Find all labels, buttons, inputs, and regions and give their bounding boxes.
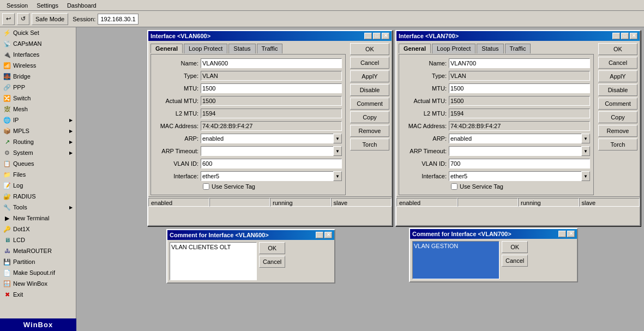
vlan600-maximize-btn[interactable]: □ <box>373 33 381 39</box>
vlan600-arp-select[interactable]: enabled disabled proxy-arp reply-only <box>201 134 342 143</box>
refresh-button[interactable]: ↺ <box>17 13 29 25</box>
vlan700-cancel-btn[interactable]: Cancel <box>598 57 637 69</box>
sidebar-item-quick-set[interactable]: ⚡ Quick Set <box>0 27 76 38</box>
sidebar-item-system[interactable]: ⚙ System <box>0 147 76 158</box>
vlan700-tab-loop-protect[interactable]: Loop Protect <box>432 44 476 53</box>
vlan700-ok-btn[interactable]: OK <box>598 43 637 55</box>
vlan700-copy-btn[interactable]: Copy <box>598 111 637 123</box>
comment600-ok-btn[interactable]: OK <box>259 242 285 254</box>
sidebar-label-dot1x: Dot1X <box>13 226 30 232</box>
vlan700-interface-select[interactable]: ether5 <box>449 171 590 181</box>
vlan700-tab-status[interactable]: Status <box>477 44 503 53</box>
vlan700-remove-btn[interactable]: Remove <box>598 125 637 137</box>
vlan700-interface-label: Interface: <box>402 173 449 179</box>
vlan600-close-btn[interactable]: ✕ <box>382 33 389 39</box>
sidebar-item-ppp[interactable]: 🔗 PPP <box>0 82 76 93</box>
vlan600-ok-btn[interactable]: OK <box>350 43 389 55</box>
sidebar-item-new-winbox[interactable]: 🪟 New WinBox <box>0 278 76 289</box>
vlan600-remove-btn[interactable]: Remove <box>350 125 389 137</box>
vlan600-tab-status[interactable]: Status <box>228 44 255 53</box>
sidebar-item-ip[interactable]: 🌐 IP <box>0 115 76 125</box>
sidebar-item-capsman[interactable]: 📡 CAPsMAN <box>0 38 76 49</box>
vlan600-arp-timeout-arrow[interactable]: ▼ <box>333 146 342 156</box>
vlan600-service-tag-label: Use Service Tag <box>212 183 255 190</box>
sidebar-item-exit[interactable]: ✖ Exit <box>0 289 76 300</box>
vlan700-tab-general[interactable]: General <box>399 44 431 53</box>
vlan600-tab-general[interactable]: General <box>151 44 183 53</box>
menu-settings[interactable]: Settings <box>32 1 63 10</box>
vlan600-disable-btn[interactable]: Disable <box>350 84 389 96</box>
vlan700-btn-panel: OK Cancel ApplY Disable Comment Copy Rem… <box>596 41 640 196</box>
sidebar-item-dot1x[interactable]: 🔑 Dot1X <box>0 224 76 234</box>
safe-mode-button[interactable]: Safe Mode <box>32 13 68 25</box>
sidebar-item-files[interactable]: 📁 Files <box>0 169 76 180</box>
vlan700-apply-btn[interactable]: ApplY <box>598 70 637 82</box>
comment700-ok-btn[interactable]: OK <box>502 241 528 253</box>
vlan600-name-input[interactable] <box>201 58 342 68</box>
vlan600-tab-traffic[interactable]: Traffic <box>257 44 283 53</box>
comment700-close-btn[interactable]: ✕ <box>567 231 575 237</box>
vlan700-minimize-btn[interactable]: _ <box>612 33 620 39</box>
sidebar-item-tools[interactable]: 🔧 Tools <box>0 202 76 213</box>
vlan700-maximize-btn[interactable]: □ <box>621 33 629 39</box>
partition-icon: 💾 <box>3 258 11 266</box>
vlan700-arp-arrow[interactable]: ▼ <box>581 134 590 143</box>
comment700-btn-panel: OK Cancel <box>502 241 528 279</box>
session-value: 192.168.30.1 <box>98 14 138 25</box>
vlan600-copy-btn[interactable]: Copy <box>350 111 389 123</box>
vlan600-minimize-btn[interactable]: _ <box>364 33 372 39</box>
vlan600-interface-arrow[interactable]: ▼ <box>333 171 342 181</box>
vlan700-vlanid-input[interactable] <box>449 159 590 168</box>
vlan700-close-btn[interactable]: ✕ <box>630 33 637 39</box>
vlan700-arp-select[interactable]: enabled disabled proxy-arp reply-only <box>449 134 590 143</box>
comment700-cancel-btn[interactable]: Cancel <box>502 255 528 267</box>
vlan600-comment-btn[interactable]: Comment <box>350 98 389 110</box>
sidebar-item-radius[interactable]: 🔐 RADIUS <box>0 191 76 202</box>
vlan700-arp-timeout-arrow[interactable]: ▼ <box>581 146 590 156</box>
sidebar-item-log[interactable]: 📝 Log <box>0 180 76 191</box>
vlan700-disable-btn[interactable]: Disable <box>598 84 637 96</box>
vlan700-service-tag-checkbox[interactable] <box>451 183 458 190</box>
vlan700-name-label: Name: <box>402 60 449 67</box>
vlan700-torch-btn[interactable]: Torch <box>598 139 637 151</box>
sidebar-item-make-supout[interactable]: 📄 Make Supout.rif <box>0 267 76 278</box>
menu-dashboard[interactable]: Dashboard <box>63 1 101 10</box>
comment700-minimize-btn[interactable]: _ <box>558 231 566 237</box>
sidebar-label-metarouter: MetaROUTER <box>13 248 52 254</box>
vlan600-mtu-input[interactable] <box>201 83 342 93</box>
sidebar-item-switch[interactable]: 🔀 Switch <box>0 93 76 104</box>
vlan700-mtu-input[interactable] <box>449 83 590 93</box>
comment600-minimize-btn[interactable]: _ <box>316 232 323 238</box>
comment600-cancel-btn[interactable]: Cancel <box>259 256 285 268</box>
sidebar-item-bridge[interactable]: 🌉 Bridge <box>0 71 76 82</box>
comment600-textarea[interactable]: VLAN CLIENTES OLT <box>170 242 257 280</box>
sidebar-item-interfaces[interactable]: 🔌 Interfaces <box>0 49 76 60</box>
comment600-close-btn[interactable]: ✕ <box>324 232 332 238</box>
sidebar-item-metarouter[interactable]: 🖧 MetaROUTER <box>0 245 76 256</box>
sidebar-item-routing[interactable]: ↗ Routing <box>0 136 76 147</box>
vlan600-apply-btn[interactable]: ApplY <box>350 70 389 82</box>
vlan600-arp-arrow[interactable]: ▼ <box>333 134 342 143</box>
comment700-textarea[interactable]: VLAN GESTION <box>412 241 499 279</box>
vlan600-service-tag-checkbox[interactable] <box>203 183 209 190</box>
vlan600-tab-loop-protect[interactable]: Loop Protect <box>184 44 227 53</box>
vlan700-interface-arrow[interactable]: ▼ <box>581 171 590 181</box>
vlan600-arp-timeout-select[interactable] <box>201 146 342 156</box>
sidebar-item-queues[interactable]: 📋 Queues <box>0 158 76 169</box>
vlan600-vlanid-input[interactable] <box>201 159 342 168</box>
vlan700-comment-btn[interactable]: Comment <box>598 98 637 110</box>
sidebar-item-partition[interactable]: 💾 Partition <box>0 256 76 267</box>
sidebar-item-wireless[interactable]: 📶 Wireless <box>0 60 76 71</box>
sidebar-item-mesh[interactable]: 🕸 Mesh <box>0 104 76 115</box>
back-button[interactable]: ↩ <box>2 13 15 25</box>
sidebar-item-new-terminal[interactable]: ▶ New Terminal <box>0 213 76 224</box>
vlan600-interface-select[interactable]: ether5 <box>201 171 342 181</box>
vlan600-cancel-btn[interactable]: Cancel <box>350 57 389 69</box>
sidebar-item-lcd[interactable]: 🖥 LCD <box>0 234 76 245</box>
vlan700-name-input[interactable] <box>449 58 590 68</box>
vlan700-arp-timeout-select[interactable] <box>449 146 590 156</box>
sidebar-item-mpls[interactable]: 📦 MPLS <box>0 125 76 136</box>
vlan700-tab-traffic[interactable]: Traffic <box>505 44 531 53</box>
vlan600-torch-btn[interactable]: Torch <box>350 139 389 151</box>
menu-session[interactable]: Session <box>2 1 32 10</box>
